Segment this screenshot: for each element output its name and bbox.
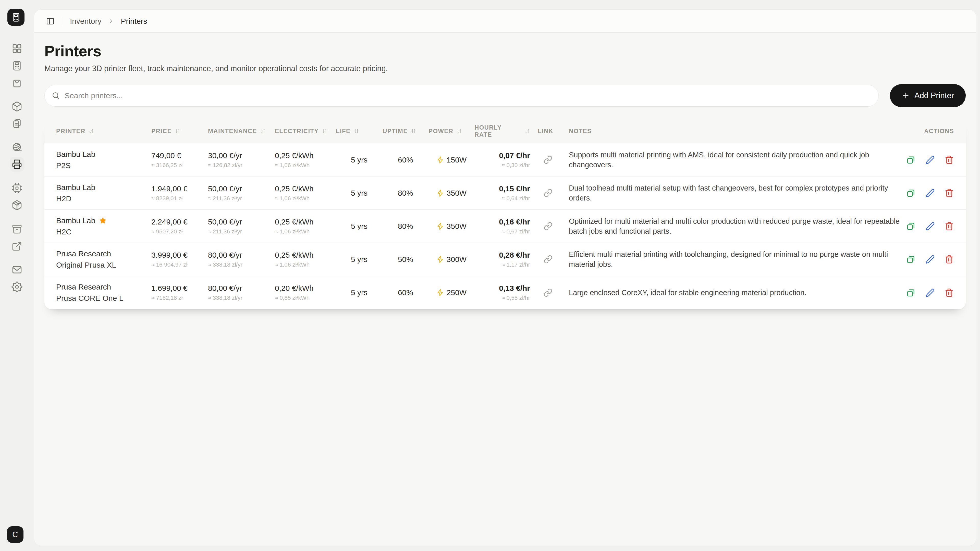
sidebar-item-calculator[interactable] <box>10 58 24 73</box>
toolbar: Add Printer <box>45 84 966 107</box>
cell-printer: Bambu Lab P2S <box>45 143 151 176</box>
lightning-bolt-icon <box>436 256 444 263</box>
column-header-printer[interactable]: PRINTER <box>45 119 151 143</box>
sort-icon <box>88 128 94 134</box>
sidebar-item-settings[interactable] <box>10 279 24 294</box>
delete-button[interactable] <box>945 254 954 264</box>
sidebar-item-models[interactable] <box>10 99 24 114</box>
column-header-hourly[interactable]: HOURLY RATE <box>474 119 530 143</box>
cell-electricity: 0,25 €/kWh ≈ 1,06 zł/kWh <box>275 143 336 176</box>
table-row[interactable]: Prusa Research Prusa CORE One L 1.699,00… <box>45 276 966 309</box>
breadcrumb-inventory[interactable]: Inventory <box>70 17 101 25</box>
printer-brand: Prusa Research <box>56 249 111 258</box>
column-header-price[interactable]: PRICE <box>151 119 208 143</box>
sidebar-item-filament[interactable] <box>10 140 24 155</box>
sidebar-item-mail[interactable] <box>10 262 24 277</box>
maintenance-value: 30,00 €/yr <box>208 151 275 160</box>
sidebar-item-dashboard[interactable] <box>10 41 24 56</box>
user-avatar[interactable]: C <box>7 526 24 543</box>
sort-icon <box>353 128 360 134</box>
hourly-rate-converted: ≈ 0,67 zł/hr <box>502 228 530 235</box>
life-value: 5 yrs <box>351 288 368 297</box>
duplicate-button[interactable] <box>906 155 916 165</box>
cell-link <box>530 276 558 309</box>
table-row[interactable]: Bambu Lab H2C 2.249,00 € ≈ 9507,20 zł 50… <box>45 210 966 243</box>
cell-electricity: 0,20 €/kWh ≈ 0,85 zł/kWh <box>275 276 336 309</box>
search-input[interactable] <box>45 85 879 106</box>
sidebar-item-packaging[interactable] <box>10 198 24 213</box>
page-content: Printers Manage your 3D printer fleet, t… <box>34 33 976 309</box>
cell-uptime: 50% <box>383 243 428 276</box>
edit-button[interactable] <box>925 288 935 297</box>
hourly-rate-value: 0,15 €/hr <box>499 184 530 193</box>
add-printer-button[interactable]: Add Printer <box>890 84 966 107</box>
filament-icon <box>11 142 22 153</box>
column-header-maintenance[interactable]: MAINTENANCE <box>208 119 275 143</box>
sidebar-nav <box>0 41 34 297</box>
delete-button[interactable] <box>945 288 954 297</box>
table-row[interactable]: Prusa Research Original Prusa XL 3.999,0… <box>45 243 966 276</box>
edit-button[interactable] <box>925 254 935 264</box>
sidebar-item-orders[interactable] <box>10 75 24 90</box>
printer-brand: Bambu Lab <box>56 150 95 159</box>
duplicate-button[interactable] <box>906 221 916 231</box>
maintenance-value: 50,00 €/yr <box>208 184 275 193</box>
panel-left-icon <box>46 17 55 25</box>
cell-hourly-rate: 0,28 €/hr ≈ 1,17 zł/hr <box>474 243 530 276</box>
lightning-bolt-icon <box>436 289 444 297</box>
sort-icon <box>456 128 462 134</box>
notes-text: Optimized for multi material and multi c… <box>569 216 903 236</box>
cell-uptime: 80% <box>383 176 428 210</box>
delete-button[interactable] <box>945 188 954 198</box>
link-icon[interactable] <box>544 222 552 230</box>
column-header-uptime[interactable]: UPTIME <box>383 119 428 143</box>
table-row[interactable]: Bambu Lab H2D 1.949,00 € ≈ 8239,01 zł 50… <box>45 176 966 210</box>
duplicate-button[interactable] <box>906 188 916 198</box>
app-logo[interactable] <box>7 9 24 26</box>
cell-electricity: 0,25 €/kWh ≈ 1,06 zł/kWh <box>275 243 336 276</box>
column-header-life[interactable]: LIFE <box>336 119 383 143</box>
price-value: 1.949,00 € <box>151 184 208 193</box>
cell-power: 350W <box>428 176 474 210</box>
column-header-electricity[interactable]: ELECTRICITY <box>275 119 336 143</box>
link-icon[interactable] <box>544 156 552 164</box>
edit-button[interactable] <box>925 188 935 198</box>
cell-maintenance: 80,00 €/yr ≈ 338,18 zł/yr <box>208 276 275 309</box>
sidebar-item-printers[interactable] <box>10 157 24 171</box>
column-label-maintenance: MAINTENANCE <box>208 127 257 135</box>
star-icon <box>99 217 107 225</box>
duplicate-button[interactable] <box>906 288 916 297</box>
pencil-icon <box>925 288 935 297</box>
column-label-notes: NOTES <box>569 127 592 135</box>
duplicate-button[interactable] <box>906 254 916 264</box>
search-bar <box>45 85 879 106</box>
cell-hourly-rate: 0,16 €/hr ≈ 0,67 zł/hr <box>474 210 530 243</box>
link-icon[interactable] <box>544 255 552 264</box>
dashboard-icon <box>11 43 22 54</box>
sidebar-item-documents[interactable] <box>10 116 24 131</box>
sidebar-item-external[interactable] <box>10 238 24 253</box>
trash-icon <box>945 221 954 231</box>
cell-electricity: 0,25 €/kWh ≈ 1,06 zł/kWh <box>275 176 336 210</box>
trash-icon <box>945 155 954 165</box>
maintenance-converted: ≈ 338,18 zł/yr <box>208 295 275 301</box>
cell-power: 350W <box>428 210 474 243</box>
edit-button[interactable] <box>925 221 935 231</box>
delete-button[interactable] <box>945 155 954 165</box>
sort-icon <box>322 128 328 134</box>
sidebar-item-archive[interactable] <box>10 221 24 236</box>
table-row[interactable]: Bambu Lab P2S 749,00 € ≈ 3166,25 zł 30,0… <box>45 143 966 176</box>
edit-button[interactable] <box>925 155 935 165</box>
sidebar-toggle-button[interactable] <box>45 15 56 27</box>
column-header-link: LINK <box>530 119 558 143</box>
link-icon[interactable] <box>544 288 552 297</box>
plus-icon <box>902 92 910 100</box>
hourly-rate-value: 0,16 €/hr <box>499 218 530 226</box>
link-icon[interactable] <box>544 189 552 197</box>
maintenance-converted: ≈ 126,82 zł/yr <box>208 162 275 168</box>
copy-icon <box>906 188 916 198</box>
column-header-power[interactable]: POWER <box>428 119 474 143</box>
sidebar-item-hardware[interactable] <box>10 181 24 195</box>
delete-button[interactable] <box>945 221 954 231</box>
documents-icon <box>11 118 22 129</box>
